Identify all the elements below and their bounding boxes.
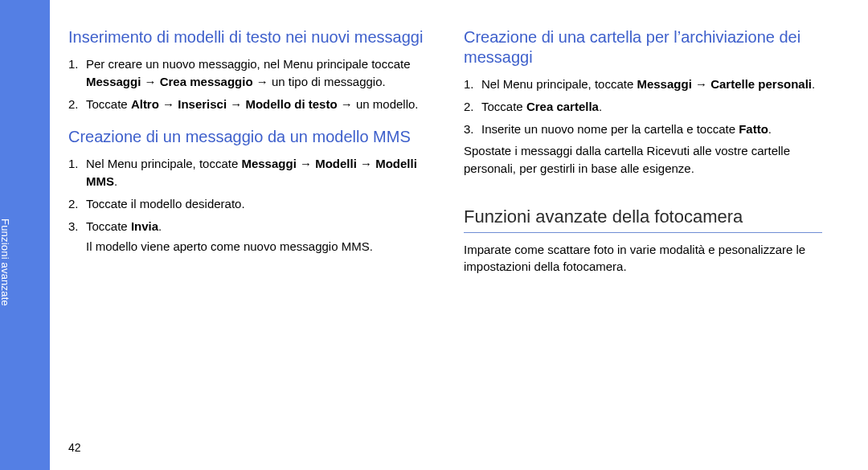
arrow-icon: →	[692, 77, 710, 91]
step-text: Toccate	[86, 97, 131, 111]
step-item: Inserite un nuovo nome per la cartella e…	[464, 121, 822, 138]
step-item: Nel Menu principale, toccate Messaggi → …	[464, 76, 822, 93]
step-text: un modello.	[356, 97, 419, 111]
step-text: Nel Menu principale, toccate	[86, 157, 241, 170]
right-column: Creazione di una cartella per l’archivia…	[464, 27, 822, 275]
bold-text: Crea messaggio	[160, 75, 253, 88]
arrow-icon: →	[357, 157, 375, 170]
step-item: Toccate Altro → Inserisci → Modello di t…	[68, 96, 427, 113]
step-text: .	[114, 174, 117, 188]
bold-text: Messaggi	[86, 75, 141, 88]
step-text: Nel Menu principale, toccate	[481, 77, 637, 91]
sidebar-label: Funzioni avanzate	[0, 219, 11, 306]
heading-advanced-camera: Funzioni avanzate della fotocamera	[464, 206, 822, 233]
bold-text: Inserisci	[178, 97, 227, 111]
arrow-icon: →	[227, 97, 245, 111]
steps-create-folder: Nel Menu principale, toccate Messaggi → …	[464, 76, 822, 137]
step-item: Toccate il modello desiderato.	[68, 195, 427, 213]
step-text: Per creare un nuovo messaggio, nel Menu …	[86, 57, 411, 71]
bold-text: Fatto	[739, 122, 768, 136]
bold-text: Messaggi	[637, 77, 691, 91]
step-text: Toccate	[86, 219, 131, 233]
bold-text: Crea cartella	[526, 100, 599, 113]
arrow-icon: →	[253, 75, 272, 88]
bold-text: Modelli	[315, 157, 357, 170]
manual-page: Funzioni avanzate Inserimento di modelli…	[0, 0, 868, 470]
paragraph-camera-intro: Imparate come scattare foto in varie mod…	[464, 241, 822, 275]
content-area: Inserimento di modelli di testo nei nuov…	[68, 27, 840, 275]
arrow-icon: →	[141, 75, 159, 88]
step-text: un tipo di messaggio.	[272, 75, 386, 88]
step-text: Toccate il modello desiderato.	[86, 197, 245, 210]
arrow-icon: →	[338, 97, 356, 111]
step-text: Inserite un nuovo nome per la cartella e…	[481, 122, 739, 136]
arrow-icon: →	[159, 97, 178, 111]
step-text: .	[812, 77, 815, 91]
heading-insert-templates: Inserimento di modelli di testo nei nuov…	[68, 27, 427, 47]
arrow-icon: →	[297, 157, 315, 170]
step-item: Nel Menu principale, toccate Messaggi → …	[68, 155, 427, 190]
step-text: .	[768, 122, 772, 136]
steps-insert-templates: Per creare un nuovo messaggio, nel Menu …	[68, 55, 427, 112]
paragraph-move-messages: Spostate i messaggi dalla cartella Ricev…	[464, 142, 822, 178]
heading-create-folder: Creazione di una cartella per l’archivia…	[464, 27, 822, 67]
bold-text: Messaggi	[241, 157, 296, 170]
bold-text: Altro	[131, 97, 159, 111]
step-item: Per creare un nuovo messaggio, nel Menu …	[68, 55, 427, 91]
step-followup: Il modello viene aperto come nuovo messa…	[86, 238, 427, 255]
step-text: .	[158, 219, 162, 233]
step-text: .	[599, 100, 602, 113]
heading-create-mms: Creazione di un messaggio da un modello …	[68, 127, 427, 147]
step-item: Toccate Crea cartella.	[464, 98, 822, 116]
bold-text: Modello di testo	[245, 97, 337, 111]
steps-create-mms: Nel Menu principale, toccate Messaggi → …	[68, 155, 427, 255]
left-column: Inserimento di modelli di testo nei nuov…	[68, 27, 427, 275]
bold-text: Cartelle personali	[710, 77, 812, 91]
bold-text: Invia	[131, 219, 158, 233]
page-number: 42	[68, 441, 81, 454]
step-item: Toccate Invia. Il modello viene aperto c…	[68, 218, 427, 256]
step-text: Toccate	[481, 100, 526, 113]
